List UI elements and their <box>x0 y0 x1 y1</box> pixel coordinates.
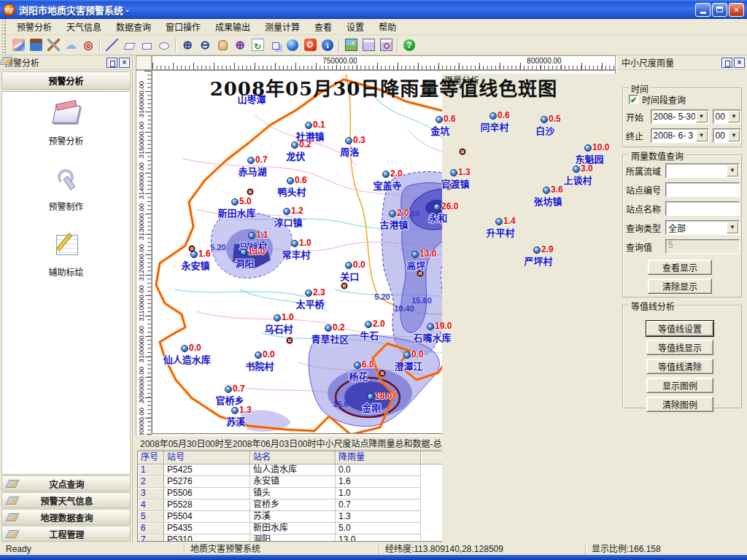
ellipse-tool-button[interactable] <box>155 36 173 54</box>
menu-item-0[interactable]: 预警分析 <box>9 20 59 35</box>
contour-button-3[interactable]: 显示图例 <box>646 378 713 393</box>
sidebar-pin-icon[interactable] <box>107 58 117 68</box>
start-hour-dropdown-icon[interactable] <box>728 111 740 122</box>
menu-item-3[interactable]: 窗口操作 <box>158 20 208 35</box>
polygon-tool-button[interactable] <box>120 36 138 54</box>
image-button[interactable] <box>342 36 360 54</box>
query-type-combo[interactable]: 全部 <box>665 220 740 235</box>
zoom-out-button[interactable] <box>196 36 214 54</box>
station-rainfall-value: 19.0 <box>435 321 452 331</box>
station-rainfall-value: 0.5 <box>549 114 561 124</box>
menu-item-2[interactable]: 数据查询 <box>109 20 158 35</box>
menu-item-7[interactable]: 设置 <box>339 20 371 35</box>
start-date-dropdown-icon[interactable] <box>696 111 708 122</box>
maximize-button[interactable] <box>712 3 727 17</box>
globe-button[interactable] <box>284 36 301 54</box>
sidebar-item-1[interactable]: 预警制作 <box>2 165 130 212</box>
contour-button-2[interactable]: 等值线清除 <box>646 359 713 374</box>
basin-combo[interactable] <box>665 163 740 178</box>
sidebar-item-0[interactable]: 预警分析 <box>2 99 130 147</box>
end-date-combo[interactable]: 2008- 6- 3 <box>651 128 709 143</box>
minimize-button[interactable] <box>695 3 711 17</box>
contour-button-1[interactable]: 等值线显示 <box>646 340 713 355</box>
sidebar-group-header[interactable]: 预警分析 <box>1 71 131 90</box>
query-type-value: 全部 <box>666 222 726 234</box>
contour-button-0[interactable]: 等值线设置 <box>646 321 713 336</box>
end-hour-dropdown-icon[interactable] <box>728 130 740 141</box>
hammer-button[interactable] <box>44 36 62 54</box>
station-name-input[interactable] <box>665 201 740 216</box>
menu-item-6[interactable]: 查看 <box>307 20 339 35</box>
rain-panel-close-icon[interactable] <box>734 58 745 68</box>
close-button[interactable]: × <box>729 3 744 17</box>
start-date-combo[interactable]: 2008- 5-30 <box>651 109 709 124</box>
basin-dropdown-icon[interactable] <box>727 165 738 176</box>
station-rainfall-value: 1.1 <box>256 230 268 240</box>
zoom-window-button[interactable] <box>231 36 249 54</box>
column-header[interactable]: 站号 <box>164 451 250 464</box>
station-name-label: 周洛 <box>340 144 359 158</box>
station-rainfall-value: 1.3 <box>239 405 252 415</box>
status-scale: 显示比例:166.158 <box>586 543 747 555</box>
end-date-dropdown-icon[interactable] <box>696 130 708 141</box>
zoom-in-button[interactable] <box>179 36 196 54</box>
station-dot-icon <box>274 314 281 322</box>
view-display-button[interactable]: 查看显示 <box>648 260 712 275</box>
station-name-label: 书院村 <box>245 359 274 373</box>
print-preview-button[interactable] <box>377 36 395 54</box>
ruler-left-label: 3110000.00 <box>137 284 145 323</box>
station-rainfall-value: 3.6 <box>551 184 563 195</box>
column-header[interactable]: 降雨量 <box>336 451 421 464</box>
table-cell: P5506 <box>164 488 250 499</box>
column-header[interactable]: 站名 <box>250 451 336 464</box>
flood-tool-icon <box>30 39 42 51</box>
flood-tool-button[interactable] <box>27 36 44 54</box>
table-cell: 苏溪 <box>250 511 336 523</box>
rectangle-tool-icon <box>142 43 152 50</box>
station-name-label: 古港镇 <box>379 217 408 231</box>
end-hour-combo[interactable]: 00 <box>713 128 741 143</box>
line-tool-button[interactable] <box>103 36 120 54</box>
window-bottom-border <box>0 555 747 560</box>
station-name-label: 乌石村 <box>264 322 293 335</box>
sidebar-item-label: 预警分析 <box>2 134 130 147</box>
rectangle-tool-button[interactable] <box>138 36 155 54</box>
refresh-button[interactable] <box>249 36 266 54</box>
sidebar-close-icon[interactable] <box>119 58 130 68</box>
wrench-icon <box>52 165 81 192</box>
copy-layers-button[interactable] <box>266 36 284 54</box>
station-id-input[interactable] <box>665 182 740 197</box>
toolbar-grip-icon[interactable] <box>2 35 7 55</box>
help-button[interactable] <box>400 36 418 54</box>
station-dot-icon <box>287 177 294 184</box>
print-button[interactable] <box>360 36 377 54</box>
target-button[interactable] <box>80 36 97 54</box>
clear-display-button[interactable]: 清除显示 <box>648 279 712 294</box>
column-header[interactable]: 序号 <box>138 451 164 464</box>
rain-panel-pin-icon[interactable] <box>721 58 732 68</box>
sidebar-group-2[interactable]: 地理数据查询 <box>1 509 131 525</box>
menu-item-1[interactable]: 天气信息 <box>59 20 109 35</box>
pan-hand-button[interactable] <box>214 36 231 54</box>
menu-item-4[interactable]: 成果输出 <box>208 20 258 35</box>
menu-item-8[interactable]: 帮助 <box>371 20 403 35</box>
sidebar-group-1[interactable]: 预警天气信息 <box>1 492 131 508</box>
menubar-grip-icon[interactable] <box>2 19 7 34</box>
status-coordinates: 经纬度:113.809140,28.128509 <box>379 543 586 555</box>
sidebar-item-2[interactable]: 辅助标绘 <box>2 230 130 278</box>
satellite-dish-button[interactable] <box>9 36 27 54</box>
start-hour-combo[interactable]: 00 <box>713 109 741 124</box>
stop-button[interactable] <box>301 36 319 54</box>
station-rainfall-value: 0.0 <box>189 343 201 353</box>
sidebar-group-0[interactable]: 灾点查询 <box>1 475 131 491</box>
time-range-checkbox[interactable]: ✔ <box>629 95 638 104</box>
query-type-dropdown-icon[interactable] <box>727 222 738 233</box>
menu-item-5[interactable]: 测量计算 <box>258 20 307 35</box>
line-tool-icon <box>106 39 118 51</box>
table-cell: 1.6 <box>336 476 421 488</box>
info-button[interactable] <box>319 36 336 54</box>
cloud-button[interactable] <box>62 36 80 54</box>
sidebar-group-3[interactable]: 工程管理 <box>1 526 131 542</box>
station-dot-icon <box>305 289 312 297</box>
contour-button-4[interactable]: 清除图例 <box>646 397 713 412</box>
